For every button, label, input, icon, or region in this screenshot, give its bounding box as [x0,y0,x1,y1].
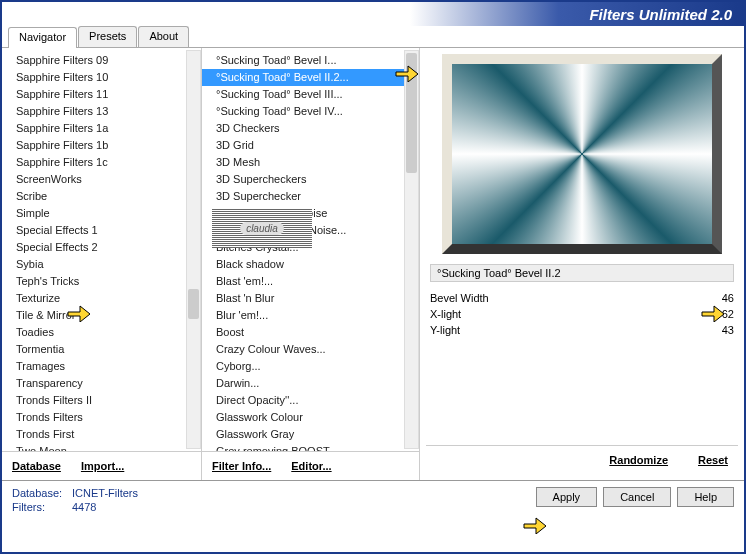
import-button[interactable]: Import... [75,458,130,474]
slider-row: Y-light43 [426,322,738,338]
list-item[interactable]: Toadies [2,324,201,341]
slider-track[interactable] [516,292,708,304]
list-item[interactable]: Tronds Filters II [2,392,201,409]
list-item[interactable]: Sybia [2,256,201,273]
list-item[interactable]: Scribe [2,188,201,205]
slider-label: Y-light [430,324,510,336]
list-item[interactable]: Black shadow [202,256,419,273]
filter-buttons: Filter Info... Editor... [202,451,419,480]
list-item[interactable]: Darwin... [202,375,419,392]
db-label: Database: [12,487,72,499]
list-item[interactable]: °Sucking Toad° Bevel II.2... [202,69,419,86]
list-item[interactable]: Texturize [2,290,201,307]
tab-navigator[interactable]: Navigator [8,27,77,48]
list-item[interactable]: °Sucking Toad° Bevel I... [202,52,419,69]
reset-button[interactable]: Reset [692,452,734,468]
slider-row: X-light62 [426,306,738,322]
app-title: Filters Unlimited 2.0 [589,6,732,23]
sliders-group: Bevel Width46X-light62Y-light43 [426,290,738,338]
list-item[interactable]: Tronds First [2,426,201,443]
list-item[interactable]: Sapphire Filters 13 [2,103,201,120]
tab-about[interactable]: About [138,26,189,47]
database-button[interactable]: Database [6,458,67,474]
list-item[interactable]: 3D Supercheckers [202,171,419,188]
db-value: ICNET-Filters [72,487,138,499]
list-item[interactable]: ScreenWorks [2,171,201,188]
tab-strip: NavigatorPresetsAbout [2,26,744,48]
slider-label: Bevel Width [430,292,510,304]
category-scrollbar[interactable] [186,50,201,449]
apply-button[interactable]: Apply [536,487,598,507]
right-panel: °Sucking Toad° Bevel II.2 Bevel Width46X… [420,48,744,480]
list-item[interactable]: Tile & Mirror [2,307,201,324]
list-item[interactable]: Simple [2,205,201,222]
slider-value: 46 [714,292,734,304]
action-buttons: Apply Cancel Help [536,487,734,507]
filters-label: Filters: [12,501,72,513]
filter-scrollbar[interactable] [404,50,419,449]
watermark: claudia [212,208,312,248]
filter-info-button[interactable]: Filter Info... [206,458,277,474]
list-item[interactable]: Transparency [2,375,201,392]
filters-count: 4478 [72,501,96,513]
current-filter-name: °Sucking Toad° Bevel II.2 [430,264,734,282]
list-item[interactable]: Special Effects 1 [2,222,201,239]
slider-track[interactable] [516,324,708,336]
list-item[interactable]: Tramages [2,358,201,375]
filter-list[interactable]: °Sucking Toad° Bevel I...°Sucking Toad° … [202,48,419,451]
slider-track[interactable] [516,308,708,320]
title-bar: Filters Unlimited 2.0 [2,2,744,26]
slider-label: X-light [430,308,510,320]
list-item[interactable]: Boost [202,324,419,341]
list-item[interactable]: Sapphire Filters 1c [2,154,201,171]
filter-panel: °Sucking Toad° Bevel I...°Sucking Toad° … [202,48,420,480]
list-item[interactable]: 3D Checkers [202,120,419,137]
list-item[interactable]: Blast 'n Blur [202,290,419,307]
help-button[interactable]: Help [677,487,734,507]
category-list[interactable]: Sapphire Filters 09Sapphire Filters 10Sa… [2,48,201,451]
status-bar: Database:ICNET-Filters Filters:4478 Appl… [2,480,744,530]
list-item[interactable]: Direct Opacity''... [202,392,419,409]
tab-presets[interactable]: Presets [78,26,137,47]
list-item[interactable]: Glasswork Colour [202,409,419,426]
list-item[interactable]: 3D Grid [202,137,419,154]
slider-row: Bevel Width46 [426,290,738,306]
list-item[interactable]: Grey removing BOOST [202,443,419,451]
preview-image [442,54,722,254]
list-item[interactable]: Glasswork Gray [202,426,419,443]
randomize-button[interactable]: Randomize [603,452,674,468]
list-item[interactable]: °Sucking Toad° Bevel III... [202,86,419,103]
list-item[interactable]: Sapphire Filters 10 [2,69,201,86]
list-item[interactable]: Blast 'em!... [202,273,419,290]
category-buttons: Database Import... [2,451,201,480]
list-item[interactable]: Teph's Tricks [2,273,201,290]
list-item[interactable]: 3D Superchecker [202,188,419,205]
cancel-button[interactable]: Cancel [603,487,671,507]
randomize-row: Randomize Reset [426,445,738,474]
list-item[interactable]: Crazy Colour Waves... [202,341,419,358]
status-info: Database:ICNET-Filters Filters:4478 [12,487,138,513]
list-item[interactable]: 3D Mesh [202,154,419,171]
list-item[interactable]: Tronds Filters [2,409,201,426]
list-item[interactable]: Sapphire Filters 11 [2,86,201,103]
list-item[interactable]: °Sucking Toad° Bevel IV... [202,103,419,120]
list-item[interactable]: Sapphire Filters 09 [2,52,201,69]
list-item[interactable]: Sapphire Filters 1a [2,120,201,137]
category-panel: Sapphire Filters 09Sapphire Filters 10Sa… [2,48,202,480]
list-item[interactable]: Two Moon [2,443,201,451]
list-item[interactable]: Tormentia [2,341,201,358]
list-item[interactable]: Sapphire Filters 1b [2,137,201,154]
slider-value: 43 [714,324,734,336]
list-item[interactable]: Cyborg... [202,358,419,375]
editor-button[interactable]: Editor... [285,458,337,474]
list-item[interactable]: Special Effects 2 [2,239,201,256]
main-area: Sapphire Filters 09Sapphire Filters 10Sa… [2,48,744,480]
list-item[interactable]: Blur 'em!... [202,307,419,324]
slider-value: 62 [714,308,734,320]
